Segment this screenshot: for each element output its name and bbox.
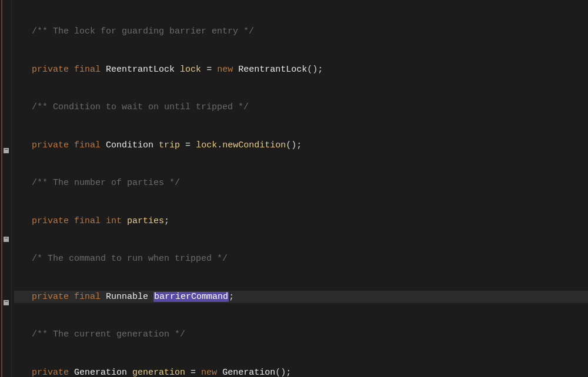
code-line: /** Condition to wait on until tripped *… — [14, 101, 588, 114]
code-line: /** The current generation */ — [14, 328, 588, 341]
code-line: private Generation generation = new Gene… — [14, 366, 588, 378]
comment: /** The lock for guarding barrier entry … — [32, 26, 254, 36]
comment: /** The number of parties */ — [32, 178, 180, 188]
gutter: − − − — [0, 0, 12, 377]
code-area[interactable]: /** The lock for guarding barrier entry … — [12, 0, 588, 377]
code-line: /** The lock for guarding barrier entry … — [14, 25, 588, 38]
comment: /** The current generation */ — [32, 329, 185, 339]
comment: /* The command to run when tripped */ — [32, 254, 228, 264]
code-line: /* The command to run when tripped */ — [14, 253, 588, 265]
fold-marker-icon[interactable]: − — [4, 148, 9, 153]
code-line: /** The number of parties */ — [14, 177, 588, 190]
fold-marker-icon[interactable]: − — [4, 300, 9, 305]
change-marker-line — [1, 0, 2, 377]
code-line-current: private final Runnable barrierCommand; — [14, 291, 588, 304]
code-line: private final ReentrantLock lock = new R… — [14, 63, 588, 76]
comment: /** Condition to wait on until tripped *… — [32, 102, 249, 112]
code-line: private final Condition trip = lock.newC… — [14, 139, 588, 152]
selected-text: barrierCommand — [153, 292, 229, 302]
fold-marker-icon[interactable]: − — [4, 237, 9, 242]
code-editor[interactable]: − − − /** The lock for guarding barrier … — [0, 0, 588, 377]
code-line: private final int parties; — [14, 215, 588, 228]
